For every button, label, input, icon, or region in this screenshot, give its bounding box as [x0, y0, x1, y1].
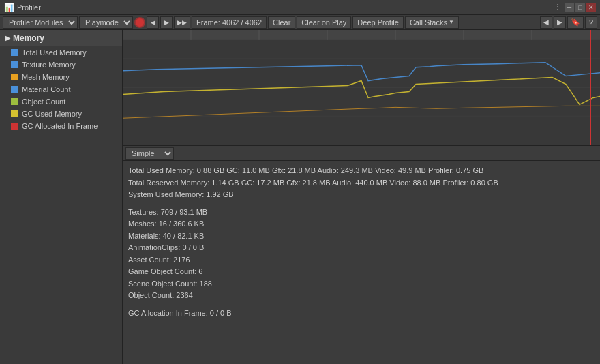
back-button[interactable]: ◀ — [540, 16, 552, 29]
sidebar-item-mesh-memory[interactable]: Mesh Memory — [0, 71, 122, 83]
more-options-icon[interactable]: ⋮ — [552, 3, 563, 12]
total-used-memory-swatch — [11, 49, 18, 56]
window-title: Profiler — [17, 3, 552, 12]
texture-memory-label: Texture Memory — [22, 61, 76, 69]
sidebar-header-label: Memory — [13, 33, 44, 43]
sidebar-item-texture-memory[interactable]: Texture Memory — [0, 59, 122, 71]
step-prev-button[interactable]: ◀ — [147, 16, 159, 29]
call-stacks-dropdown-icon: ▼ — [449, 19, 454, 25]
gc-allocated-label: GC Allocated In Frame — [22, 122, 97, 130]
game-object-count-stat: Game Object Count: 6 — [128, 266, 595, 277]
maximize-button[interactable]: □ — [575, 3, 585, 12]
minimize-button[interactable]: ─ — [565, 3, 574, 12]
sidebar-header: ▶ Memory — [0, 30, 122, 46]
svg-rect-4 — [123, 30, 600, 40]
object-count-swatch — [11, 98, 18, 105]
sidebar: ▶ Memory Total Used Memory Texture Memor… — [0, 30, 123, 364]
bottom-panel: Simple Detailed Total Used Memory: 0.88 … — [123, 146, 600, 364]
sidebar-item-object-count[interactable]: Object Count — [0, 95, 122, 108]
stats-spacer-2 — [128, 302, 595, 307]
title-bar: 📊 Profiler ⋮ ─ □ ✕ — [0, 0, 600, 15]
right-panel: Simple Detailed Total Used Memory: 0.88 … — [123, 30, 600, 364]
material-count-label: Material Count — [22, 85, 71, 93]
clear-button[interactable]: Clear — [268, 16, 295, 29]
frame-counter: Frame: 4062 / 4062 — [192, 16, 267, 29]
gc-allocated-swatch — [11, 123, 18, 130]
profiler-icon: 📊 — [4, 3, 14, 12]
call-stacks-button[interactable]: Call Stacks ▼ — [405, 16, 459, 29]
texture-memory-swatch — [11, 61, 18, 68]
gc-alloc-stat: GC Allocation In Frame: 0 / 0 B — [128, 307, 595, 319]
bottom-toolbar: Simple Detailed — [123, 146, 600, 161]
gc-used-memory-label: GC Used Memory — [22, 110, 82, 118]
material-count-swatch — [11, 86, 18, 93]
sidebar-item-gc-used-memory[interactable]: GC Used Memory — [0, 108, 122, 120]
profiler-graph[interactable] — [123, 30, 600, 146]
sidebar-item-material-count[interactable]: Material Count — [0, 83, 122, 95]
main-content: ▶ Memory Total Used Memory Texture Memor… — [0, 30, 600, 364]
object-count-label: Object Count — [22, 97, 65, 106]
sidebar-item-total-used-memory[interactable]: Total Used Memory — [0, 46, 122, 59]
asset-count-stat: Asset Count: 2176 — [128, 254, 595, 266]
clear-on-play-button[interactable]: Clear on Play — [297, 16, 351, 29]
step-last-button[interactable]: ▶▶ — [174, 16, 190, 29]
anim-clips-stat: AnimationClips: 0 / 0 B — [128, 242, 595, 254]
close-button[interactable]: ✕ — [586, 3, 596, 12]
mesh-memory-swatch — [11, 74, 18, 80]
view-mode-select[interactable]: Simple Detailed — [125, 147, 174, 160]
system-used-memory-stat: System Used Memory: 1.92 GB — [128, 189, 595, 200]
bookmark-button[interactable]: 🔖 — [567, 16, 584, 29]
mesh-memory-label: Mesh Memory — [22, 73, 70, 81]
total-used-memory-stat: Total Used Memory: 0.88 GB GC: 11.0 MB G… — [128, 165, 595, 177]
object-count-stat: Object Count: 2364 — [128, 290, 595, 301]
profiler-modules-select[interactable]: Profiler Modules — [3, 16, 78, 29]
sidebar-item-gc-allocated[interactable]: GC Allocated In Frame — [0, 120, 122, 132]
fwd-button[interactable]: ▶ — [554, 16, 566, 29]
deep-profile-button[interactable]: Deep Profile — [352, 16, 404, 29]
total-reserved-memory-stat: Total Reserved Memory: 1.14 GB GC: 17.2 … — [128, 177, 595, 189]
textures-stat: Textures: 709 / 93.1 MB — [128, 207, 595, 218]
stats-area: Total Used Memory: 0.88 GB GC: 11.0 MB G… — [123, 161, 600, 323]
graph-svg — [123, 30, 600, 145]
stats-spacer-1 — [128, 201, 595, 207]
gc-used-memory-swatch — [11, 110, 18, 117]
meshes-stat: Meshes: 16 / 360.6 KB — [128, 218, 595, 230]
window-controls: ⋮ ─ □ ✕ — [552, 3, 596, 12]
help-button[interactable]: ? — [585, 16, 597, 29]
playmode-select[interactable]: Playmode — [79, 16, 133, 29]
step-next-button[interactable]: ▶ — [160, 16, 172, 29]
main-toolbar: Profiler Modules Playmode ◀ ▶ ▶▶ Frame: … — [0, 15, 600, 30]
scene-object-count-stat: Scene Object Count: 188 — [128, 278, 595, 290]
memory-section-icon: ▶ — [5, 35, 10, 42]
record-button[interactable] — [134, 17, 145, 28]
total-used-memory-label: Total Used Memory — [22, 48, 87, 57]
materials-stat: Materials: 40 / 82.1 KB — [128, 230, 595, 242]
